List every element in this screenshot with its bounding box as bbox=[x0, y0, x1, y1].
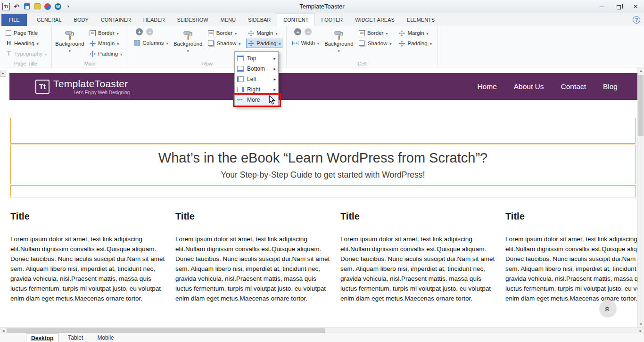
row-margin-dropdown[interactable]: Margin bbox=[246, 28, 282, 38]
row-padding-dropdown[interactable]: Padding bbox=[246, 39, 282, 48]
tab-container[interactable]: CONTAINER bbox=[95, 13, 137, 26]
preview-site-header[interactable]: Tt TemplateToaster Let’s Enjoy Web Desig… bbox=[9, 73, 637, 100]
heading-dropdown[interactable]: H Heading bbox=[4, 39, 49, 48]
tab-general[interactable]: GENERAL bbox=[31, 13, 68, 26]
tab-sidebar[interactable]: SIDEBAR bbox=[242, 13, 277, 26]
menu-item-left[interactable]: Left bbox=[235, 74, 278, 84]
row-shadow-label: Shadow bbox=[217, 41, 237, 46]
preview-column-1[interactable]: Title Lorem ipsum dolor sit amet, test l… bbox=[10, 207, 165, 303]
view-tab-tablet[interactable]: Tablet bbox=[63, 334, 88, 341]
preview-hero-row[interactable]: What’s in the eBook “Learn WordPress fro… bbox=[10, 145, 636, 184]
scroll-down-arrow-icon[interactable]: ▼ bbox=[638, 321, 644, 327]
column-title[interactable]: Title bbox=[175, 207, 330, 222]
preview-column-2[interactable]: Title Lorem ipsum dolor sit amet, test l… bbox=[175, 207, 330, 303]
export-image-icon[interactable] bbox=[33, 3, 41, 10]
help-icon[interactable]: ? bbox=[633, 16, 640, 24]
restore-button[interactable] bbox=[610, 0, 627, 13]
view-tab-mobile[interactable]: Mobile bbox=[92, 334, 118, 341]
close-button[interactable]: ✕ bbox=[627, 0, 644, 13]
nav-item-contact[interactable]: Contact bbox=[561, 82, 586, 91]
main-margin-dropdown[interactable]: Margin bbox=[88, 39, 124, 48]
tab-elements[interactable]: ELEMENTS bbox=[401, 13, 441, 26]
cell-margin-dropdown[interactable]: Margin bbox=[397, 28, 433, 38]
column-title[interactable]: Title bbox=[505, 207, 637, 222]
row-padding-label: Padding bbox=[256, 41, 276, 46]
nav-item-blog[interactable]: Blog bbox=[603, 82, 618, 91]
border-icon bbox=[359, 30, 365, 36]
chevron-down-icon bbox=[430, 41, 432, 46]
row-background-button[interactable]: Background bbox=[174, 28, 202, 53]
column-title[interactable]: Title bbox=[10, 207, 165, 222]
column-body[interactable]: Lorem ipsum dolor sit amet, test link ad… bbox=[340, 234, 495, 303]
menu-item-bottom[interactable]: Bottom bbox=[235, 64, 278, 74]
scroll-up-arrow-icon[interactable]: ▲ bbox=[638, 67, 644, 74]
remove-row-button[interactable] bbox=[146, 28, 153, 35]
tab-widget-areas[interactable]: WIDGET AREAS bbox=[349, 13, 401, 26]
tab-footer[interactable]: FOOTER bbox=[315, 13, 349, 26]
preview-column-3[interactable]: Title Lorem ipsum dolor sit amet, test l… bbox=[340, 207, 495, 303]
hero-heading[interactable]: What’s in the eBook “Learn WordPress fro… bbox=[11, 150, 635, 166]
chevron-down-icon bbox=[45, 51, 47, 57]
main-border-dropdown[interactable]: Border bbox=[88, 28, 124, 38]
tab-content[interactable]: CONTENT bbox=[277, 13, 315, 26]
tab-menu[interactable]: MENU bbox=[215, 13, 242, 26]
save-icon[interactable] bbox=[23, 3, 31, 10]
add-cell-button[interactable] bbox=[294, 28, 301, 35]
nav-item-about-us[interactable]: About Us bbox=[514, 82, 544, 91]
column-body[interactable]: Lorem ipsum dolor sit amet, test link ad… bbox=[10, 234, 165, 303]
quick-access-dropdown-icon[interactable]: ▾ bbox=[65, 3, 72, 10]
menu-item-right[interactable]: Right bbox=[235, 84, 278, 95]
column-body[interactable]: Lorem ipsum dolor sit amet, test link ad… bbox=[505, 234, 637, 303]
padding-left-icon bbox=[237, 76, 244, 82]
menu-item-top-label: Top bbox=[247, 55, 256, 62]
horizontal-scrollbar-thumb[interactable] bbox=[7, 328, 325, 333]
preview-empty-row-top[interactable] bbox=[10, 118, 636, 144]
remove-cell-button[interactable] bbox=[305, 28, 312, 35]
typography-dropdown[interactable]: T Typography bbox=[4, 49, 49, 58]
browser-preview-icon[interactable] bbox=[44, 3, 51, 10]
cell-shadow-dropdown[interactable]: Shadow bbox=[357, 39, 394, 48]
cell-width-dropdown[interactable]: Width bbox=[290, 38, 321, 48]
cell-border-dropdown[interactable]: Border bbox=[357, 28, 394, 38]
ribbon-group-main: Background Border Margin bbox=[52, 26, 128, 67]
cell-background-button[interactable]: Background bbox=[325, 28, 353, 53]
tab-file[interactable]: FILE bbox=[1, 14, 27, 26]
tab-slideshow[interactable]: SLIDESHOW bbox=[171, 13, 215, 26]
tab-body[interactable]: BODY bbox=[68, 13, 95, 26]
view-tab-desktop[interactable]: Desktop bbox=[26, 334, 58, 342]
nav-item-home[interactable]: Home bbox=[477, 82, 496, 91]
scroll-right-arrow-icon[interactable]: ► bbox=[637, 328, 644, 334]
column-body[interactable]: Lorem ipsum dolor sit amet, test link ad… bbox=[175, 234, 330, 303]
main-background-button[interactable]: Background bbox=[56, 28, 84, 53]
preview-column-4[interactable]: Title Lorem ipsum dolor sit amet, test l… bbox=[505, 207, 637, 303]
preview-empty-row-bottom[interactable] bbox=[10, 185, 636, 197]
vertical-scrollbar[interactable]: ▲ ▼ bbox=[637, 67, 644, 327]
menu-item-top[interactable]: Top bbox=[235, 53, 278, 64]
page-title-toggle[interactable]: Page Title bbox=[4, 28, 49, 38]
minimize-button[interactable]: ─ bbox=[593, 0, 610, 13]
design-canvas[interactable]: ▸ Tt TemplateToaster Let’s Enjoy Web Des… bbox=[0, 67, 637, 327]
page-title-checkbox-icon[interactable] bbox=[6, 30, 11, 36]
row-shadow-dropdown[interactable]: Shadow bbox=[206, 39, 243, 48]
vertical-scrollbar-thumb[interactable] bbox=[638, 75, 644, 136]
site-logo[interactable]: Tt bbox=[35, 80, 50, 94]
panel-expander-arrow[interactable]: ▸ bbox=[0, 70, 6, 77]
scroll-to-top-button[interactable] bbox=[599, 300, 617, 318]
heading-label: Heading bbox=[14, 41, 34, 46]
undo-icon[interactable]: ↶ bbox=[13, 3, 20, 10]
tab-header[interactable]: HEADER bbox=[137, 13, 171, 26]
hero-subheading[interactable]: Your Step-by-Step Guide to get started w… bbox=[11, 170, 635, 180]
device-view-bar: Desktop Tablet Mobile bbox=[0, 334, 644, 342]
row-columns-dropdown[interactable]: Columns bbox=[132, 38, 170, 48]
row-border-dropdown[interactable]: Border bbox=[206, 28, 243, 38]
horizontal-scrollbar[interactable]: ◄ ► bbox=[0, 327, 644, 334]
column-title[interactable]: Title bbox=[340, 207, 495, 222]
cell-padding-dropdown[interactable]: Padding bbox=[397, 39, 433, 48]
wordpress-icon[interactable]: W bbox=[54, 3, 62, 10]
scroll-left-arrow-icon[interactable]: ◄ bbox=[0, 328, 7, 334]
main-padding-dropdown[interactable]: Padding bbox=[88, 49, 124, 58]
add-row-button[interactable] bbox=[136, 28, 143, 35]
margin-icon bbox=[90, 41, 96, 47]
chevron-down-icon bbox=[239, 41, 240, 46]
site-brand[interactable]: TemplateToaster Let’s Enjoy Web Designin… bbox=[53, 78, 130, 95]
